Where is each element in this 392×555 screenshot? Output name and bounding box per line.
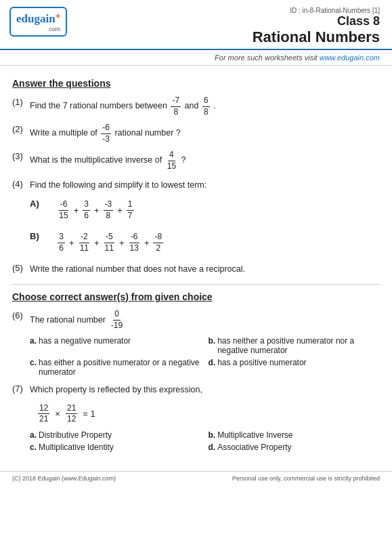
q5-num: (5)	[12, 262, 30, 273]
q7-choices: a. Distributive Property b. Multiplicati…	[30, 430, 380, 452]
q3-frac: 4 15	[166, 150, 177, 171]
logo-text: edugain	[16, 12, 56, 25]
q7-frac1: 12 21	[38, 403, 49, 425]
question-1: (1) Find the 7 rational numbers between …	[12, 96, 380, 117]
q7-choice-b: b. Multiplicative Inverse	[209, 430, 380, 440]
q7-frac1-den: 21	[38, 414, 49, 425]
page-footer: (C) 2018 Edugain (www.Edugain.com) Perso…	[0, 471, 392, 485]
q2-content: Write a multiple of -6 -3 rational numbe…	[30, 123, 380, 144]
q4-text: Find the following and simplify it to lo…	[30, 178, 380, 193]
q7-choice-a-text: Distributive Property	[39, 430, 112, 440]
q5-text: Write the rational number that does not …	[30, 264, 245, 274]
q7-expression: 12 21 × 21 12 = 1	[37, 403, 380, 425]
logo-com: .com	[16, 26, 60, 33]
q7-times: ×	[55, 409, 60, 419]
q4-partB: B) 3 6 + -2 11 + -5 11	[30, 229, 380, 256]
question-2: (2) Write a multiple of -6 -3 rational n…	[12, 123, 380, 144]
q1-frac1-den: 8	[172, 107, 179, 118]
question-6: (6) The rational number 0 -19 a. has a n…	[12, 309, 380, 377]
q7-frac2: 21 12	[66, 403, 77, 425]
q2-num: (2)	[12, 123, 30, 134]
q7-content: Which property is reflected by this expr…	[30, 382, 380, 452]
q1-text-before: Find the 7 rational numbers between	[30, 101, 167, 110]
q6-choice-b-text: has neither a positive numerator nor a n…	[217, 336, 380, 355]
q7-frac1-num: 12	[38, 403, 49, 415]
q4-num: (4)	[12, 178, 30, 189]
q6-choices: a. has a negative numerator b. has neith…	[30, 336, 380, 377]
q1-frac1-num: -7	[171, 96, 181, 107]
question-5: (5) Write the rational number that does …	[12, 262, 380, 277]
q6-text-before: The rational number	[30, 312, 106, 328]
q3-frac-num: 4	[168, 150, 175, 161]
q6-choice-a-text: has a negative numerator	[39, 336, 131, 346]
q7-frac2-den: 12	[66, 414, 77, 425]
q7-text: Which property is reflected by this expr…	[30, 382, 380, 398]
q3-num: (3)	[12, 150, 30, 161]
q6-choice-a-label: a.	[30, 336, 37, 346]
sub-header-link[interactable]: www.edugain.com	[320, 54, 380, 62]
q1-frac2-num: 6	[202, 96, 210, 107]
q7-choice-c: c. Multiplicative Identity	[30, 443, 202, 452]
q2-text-after: rational number ?	[114, 129, 180, 138]
q7-num: (7)	[12, 382, 30, 394]
question-4: (4) Find the following and simplify it t…	[12, 178, 380, 257]
q1-and: and	[185, 101, 199, 110]
q3-frac-den: 15	[166, 161, 177, 172]
q6-content: The rational number 0 -19 a. has a negat…	[30, 309, 380, 377]
q6-choice-d: d. has a positive numerator	[209, 358, 380, 377]
q6-choice-d-text: has a positive numerator	[217, 358, 306, 367]
frac-neg6-15: -6 15	[58, 199, 69, 221]
frac-neg2-11: -2 11	[79, 232, 90, 253]
q6-choice-b: b. has neither a positive numerator nor …	[209, 336, 380, 355]
q7-choice-d: d. Associative Property	[209, 443, 380, 452]
q3-text-after: ?	[181, 156, 186, 165]
q7-choice-c-label: c.	[30, 443, 37, 452]
question-7: (7) Which property is reflected by this …	[12, 382, 380, 452]
q2-text-before: Write a multiple of	[30, 129, 97, 138]
q6-choice-a: a. has a negative numerator	[30, 336, 202, 355]
q7-choice-a-label: a.	[30, 430, 37, 440]
q6-frac: 0 -19	[110, 309, 124, 331]
q3-content: What is the multiplicative inverse of 4 …	[30, 150, 380, 171]
doc-id: ID : in-8-Rational-Numbers [1]	[253, 7, 380, 14]
q5-content: Write the rational number that does not …	[30, 262, 380, 277]
q7-choice-b-label: b.	[209, 430, 216, 440]
q6-choice-b-label: b.	[209, 336, 216, 346]
frac-neg3-8: -3 8	[104, 199, 114, 221]
q1-frac1: -7 8	[171, 96, 181, 117]
q4-partB-expr: 3 6 + -2 11 + -5 11 + -6	[56, 232, 165, 253]
q6-text: The rational number 0 -19	[30, 309, 380, 331]
q6-choice-c: c. has either a positive numerator or a …	[30, 358, 202, 377]
q4-partB-label: B)	[30, 231, 39, 241]
q3-text-before: What is the multiplicative inverse of	[30, 156, 162, 165]
q7-choice-c-text: Multiplicative Identity	[39, 443, 114, 452]
q6-frac-num: 0	[113, 309, 121, 321]
q7-choice-a: a. Distributive Property	[30, 430, 202, 440]
q1-frac2-den: 8	[202, 107, 210, 118]
q7-equals: = 1	[83, 409, 95, 419]
header-info: ID : in-8-Rational-Numbers [1] Class 8 R…	[253, 7, 380, 46]
q2-frac: -6 -3	[101, 123, 111, 144]
frac-3-6b: 3 6	[58, 232, 65, 253]
q4-partA-label: A)	[30, 199, 39, 209]
sub-header-text: For more such worksheets visit	[215, 54, 320, 62]
q4-partA: A) -6 15 + 3 6 + -3 8 +	[30, 197, 380, 224]
topic-label: Rational Numbers	[253, 28, 380, 46]
q1-frac2: 6 8	[202, 96, 210, 117]
section-divider	[12, 284, 380, 285]
q4-content: Find the following and simplify it to lo…	[30, 178, 380, 257]
q6-choice-c-label: c.	[30, 358, 37, 367]
frac-neg5-11: -5 11	[104, 232, 115, 253]
class-label: Class 8	[253, 14, 380, 28]
section1-title: Answer the questions	[12, 78, 380, 89]
q7-choice-b-text: Multiplicative Inverse	[217, 430, 292, 440]
q2-frac-den: -3	[101, 134, 111, 145]
page-header: edugain+ .com ID : in-8-Rational-Numbers…	[0, 0, 392, 50]
footer-right: Personal use only, commercial use is str…	[232, 475, 380, 482]
q1-text-after: .	[213, 101, 215, 110]
frac-neg8-2: -8 2	[153, 232, 163, 253]
q7-frac2-num: 21	[66, 403, 77, 415]
section2-title: Choose correct answer(s) from given choi…	[12, 291, 380, 302]
footer-left: (C) 2018 Edugain (www.Edugain.com)	[12, 475, 116, 482]
logo-plus: +	[56, 11, 61, 21]
